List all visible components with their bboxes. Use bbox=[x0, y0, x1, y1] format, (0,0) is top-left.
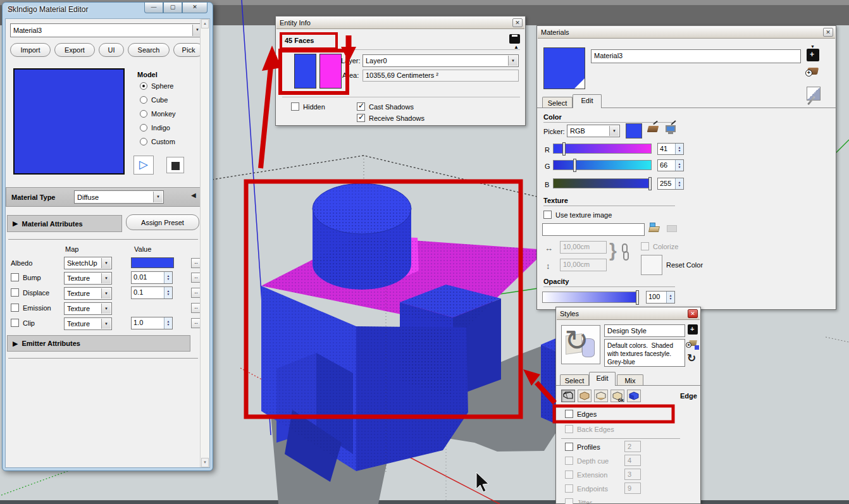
maximize-button[interactable]: ▢ bbox=[163, 3, 182, 13]
paint-bucket-icon[interactable] bbox=[647, 123, 660, 136]
edges-checkbox[interactable]: Edges bbox=[565, 410, 597, 418]
emission-checkbox[interactable]: Emission bbox=[11, 304, 51, 312]
profiles-value-field[interactable]: 2 bbox=[624, 441, 641, 452]
close-icon[interactable]: ✕ bbox=[823, 28, 833, 37]
assign-preset-button[interactable]: Assign Preset bbox=[126, 214, 199, 230]
endpoints-checkbox: Endpoints bbox=[565, 484, 608, 493]
ui-button[interactable]: UI bbox=[99, 43, 124, 57]
g-slider[interactable] bbox=[553, 160, 652, 170]
close-icon[interactable]: ✕ bbox=[688, 309, 698, 318]
material-select-combo[interactable]: Material3▼ bbox=[10, 23, 203, 37]
entity-info-titlebar[interactable]: Entity Info bbox=[276, 17, 524, 29]
r-spinner[interactable]: 41▲▼ bbox=[657, 143, 684, 155]
radio-custom[interactable]: Custom bbox=[140, 138, 175, 145]
create-material-icon[interactable]: + bbox=[807, 66, 819, 79]
brace-glyph: } bbox=[609, 240, 617, 261]
emission-map-combo[interactable]: Texture▼ bbox=[64, 302, 112, 315]
material-swatch-magenta[interactable] bbox=[319, 54, 342, 89]
secondary-pane-toggle-icon[interactable]: + bbox=[688, 324, 698, 335]
texture-width-field[interactable]: 10,00cm bbox=[560, 241, 607, 254]
bump-map-combo[interactable]: Texture▼ bbox=[64, 272, 112, 285]
render-play-button[interactable]: ▷ bbox=[133, 156, 154, 175]
scroll-down-icon[interactable]: ▼ bbox=[201, 458, 209, 467]
collapse-left-icon[interactable]: ◀ bbox=[191, 192, 196, 199]
tab-edit[interactable]: Edit bbox=[573, 94, 602, 108]
clip-checkbox[interactable]: Clip bbox=[11, 319, 35, 327]
radio-sphere[interactable]: Sphere bbox=[140, 82, 173, 90]
modeling-settings-icon[interactable] bbox=[627, 390, 641, 402]
scrollbar[interactable]: ▲ ▼ bbox=[200, 19, 209, 467]
opacity-spinner[interactable]: 100▲▼ bbox=[646, 291, 675, 304]
reset-color-swatch[interactable] bbox=[641, 255, 662, 275]
pick-button[interactable]: Pick bbox=[173, 43, 204, 57]
profiles-checkbox[interactable]: Profiles bbox=[565, 443, 600, 451]
watermark-settings-icon[interactable]: ok bbox=[610, 390, 624, 402]
displace-map-combo[interactable]: Texture▼ bbox=[64, 287, 112, 300]
chevron-down-icon[interactable]: ▼ bbox=[508, 56, 517, 66]
face-settings-icon[interactable] bbox=[578, 390, 592, 402]
b-spinner[interactable]: 255▲▼ bbox=[657, 178, 684, 190]
radio-cube[interactable]: Cube bbox=[140, 96, 168, 104]
browse-texture-icon[interactable] bbox=[648, 223, 661, 235]
displace-checkbox[interactable]: Displace bbox=[11, 288, 49, 297]
albedo-color-swatch[interactable] bbox=[131, 257, 174, 268]
bump-checkbox[interactable]: Bump bbox=[11, 273, 41, 281]
opacity-slider[interactable] bbox=[542, 292, 638, 303]
hidden-checkbox[interactable]: Hidden bbox=[291, 102, 325, 111]
b-slider[interactable] bbox=[553, 178, 652, 188]
slider-handle[interactable] bbox=[636, 290, 639, 305]
slider-handle[interactable] bbox=[562, 142, 566, 156]
render-stop-button[interactable] bbox=[166, 157, 184, 173]
export-button[interactable]: Export bbox=[54, 43, 95, 57]
update-style-icon[interactable]: ↻ bbox=[687, 352, 696, 365]
r-slider[interactable] bbox=[553, 144, 652, 154]
clip-value-spinner[interactable]: 1.0▲▼ bbox=[131, 317, 173, 329]
material-name-field[interactable]: Material3 bbox=[591, 49, 801, 63]
edge-settings-icon[interactable] bbox=[561, 390, 575, 402]
albedo-map-combo[interactable]: SketchUp▼ bbox=[64, 257, 112, 269]
displace-value-spinner[interactable]: 0.1▲▼ bbox=[131, 286, 173, 299]
tab-edit[interactable]: Edit bbox=[589, 372, 616, 386]
styles-titlebar[interactable]: Styles bbox=[557, 308, 700, 320]
slider-handle[interactable] bbox=[648, 177, 652, 190]
materials-titlebar[interactable]: Materials bbox=[538, 27, 835, 39]
clip-map-combo[interactable]: Texture▼ bbox=[64, 317, 112, 330]
texture-path-field[interactable] bbox=[542, 223, 645, 236]
chevron-down-icon[interactable]: ▼ bbox=[153, 192, 163, 202]
import-button[interactable]: Import bbox=[10, 43, 51, 57]
thumbnail-corner bbox=[574, 78, 585, 89]
area-label: Area: bbox=[342, 71, 359, 79]
minimize-button[interactable]: — bbox=[144, 3, 163, 13]
slider-handle[interactable] bbox=[573, 159, 576, 172]
picker-combo[interactable]: RGB▼ bbox=[567, 125, 620, 137]
close-icon[interactable]: ✕ bbox=[512, 18, 523, 27]
chevron-down-icon[interactable]: ▼ bbox=[609, 126, 619, 136]
material-swatch-blue[interactable] bbox=[294, 54, 316, 89]
search-button[interactable]: Search bbox=[128, 43, 170, 57]
style-thumbnail: ↻ bbox=[561, 325, 600, 364]
tab-mix[interactable]: Mix bbox=[617, 374, 643, 386]
secondary-pane-toggle-icon[interactable]: ▼ + bbox=[807, 49, 819, 61]
screen-color-picker-icon[interactable] bbox=[665, 124, 678, 137]
link-chain-icon[interactable] bbox=[623, 251, 629, 261]
layer-combo[interactable]: Layer0▼ bbox=[363, 54, 519, 67]
create-style-icon[interactable]: + bbox=[688, 339, 698, 349]
scroll-up-icon[interactable]: ▲ bbox=[201, 19, 209, 28]
collapse-details-toggle[interactable] bbox=[509, 34, 520, 44]
tab-select[interactable]: Select bbox=[560, 374, 589, 386]
cast-shadows-checkbox[interactable]: Cast Shadows bbox=[357, 102, 414, 111]
close-button[interactable]: ✕ bbox=[182, 3, 208, 13]
material-type-combo[interactable]: Diffuse▼ bbox=[74, 190, 164, 204]
radio-monkey[interactable]: Monkey bbox=[140, 110, 176, 118]
use-texture-checkbox[interactable]: Use texture image bbox=[543, 211, 612, 219]
radio-indigo[interactable]: Indigo bbox=[140, 124, 170, 132]
emitter-attributes-header[interactable]: ▶Emitter Attributes bbox=[7, 335, 190, 352]
material-attributes-header[interactable]: ▶Material Attributes bbox=[7, 215, 122, 232]
tab-select[interactable]: Select bbox=[542, 97, 573, 108]
receive-shadows-checkbox[interactable]: Receive Shadows bbox=[357, 114, 424, 122]
texture-height-field[interactable]: 10,00cm bbox=[560, 259, 607, 271]
bump-value-spinner[interactable]: 0.01▲▼ bbox=[131, 271, 173, 284]
background-settings-icon[interactable] bbox=[594, 390, 608, 402]
g-spinner[interactable]: 66▲▼ bbox=[657, 159, 684, 171]
style-name-field[interactable]: Design Style bbox=[604, 324, 685, 337]
